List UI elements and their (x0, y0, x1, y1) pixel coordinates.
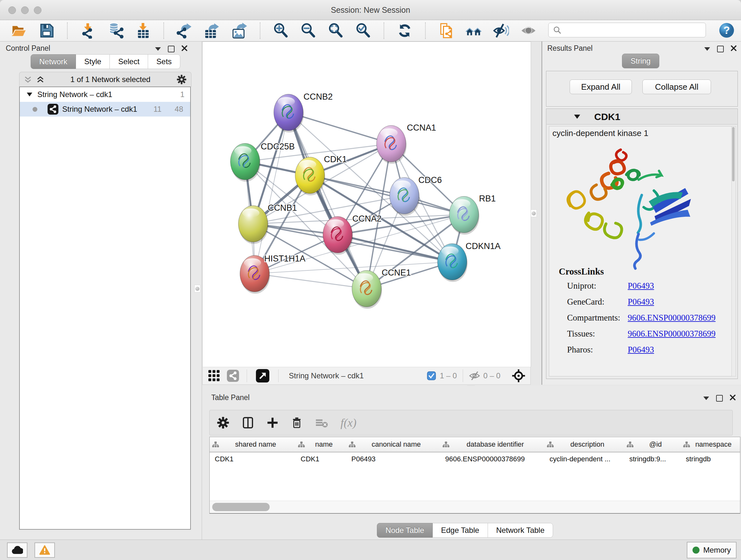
table-horizontal-scrollbar[interactable] (210, 501, 740, 513)
network-node-CDK1[interactable] (295, 157, 325, 195)
string-import-icon[interactable] (438, 22, 455, 39)
network-node-CCNA1[interactable] (377, 125, 407, 164)
tab-string[interactable]: String (622, 54, 659, 68)
right-splitter-handle[interactable] (531, 209, 537, 217)
network-node-CCNB2[interactable] (274, 94, 304, 132)
control-panel-collapse-icon[interactable] (155, 47, 161, 51)
network-node-CCNE1[interactable] (352, 270, 382, 309)
table-settings-gear-icon[interactable] (217, 416, 229, 429)
open-session-icon[interactable] (11, 22, 27, 39)
network-options-gear-icon[interactable] (177, 74, 187, 84)
gene-header-row[interactable]: CDK1 (547, 109, 737, 125)
import-table-icon[interactable] (135, 22, 151, 39)
column-header-description[interactable]: description (544, 437, 624, 452)
results-panel-float-icon[interactable] (717, 46, 724, 52)
export-table-icon[interactable] (204, 22, 220, 39)
show-columns-icon[interactable] (242, 416, 254, 429)
memory-button[interactable]: Memory (687, 542, 737, 558)
column-header-shared-name[interactable]: shared name (210, 437, 296, 452)
network-collection-row[interactable]: String Network – cdk1 1 (20, 87, 190, 102)
table-cell[interactable]: stringdb (681, 452, 740, 466)
table-panel-close-icon[interactable] (730, 395, 736, 401)
column-header-namespace[interactable]: namespace (681, 437, 740, 452)
zoom-out-icon[interactable] (300, 22, 317, 39)
string-view-icon[interactable] (227, 370, 239, 382)
expand-all-networks-icon[interactable] (37, 76, 44, 84)
tab-network[interactable]: Network (30, 54, 76, 69)
cloud-button[interactable] (7, 543, 27, 558)
network-edge[interactable] (255, 273, 367, 289)
save-session-icon[interactable] (38, 22, 55, 39)
delete-column-icon[interactable] (291, 417, 303, 429)
import-database-icon[interactable] (107, 22, 124, 39)
table-cell[interactable]: CDK1 (295, 452, 346, 466)
hidden-elements-icon[interactable] (469, 371, 480, 381)
network-node-CDKN1A[interactable] (437, 244, 468, 282)
home-icon[interactable] (465, 22, 482, 39)
collapse-all-button[interactable]: Collapse All (643, 79, 711, 94)
zoom-selected-icon[interactable] (355, 22, 372, 39)
table-cell[interactable]: 9606.ENSP00000378699 (440, 452, 544, 466)
network-node-CCNB1[interactable] (239, 206, 268, 244)
results-panel-collapse-icon[interactable] (704, 47, 710, 51)
svg-text:?: ? (724, 24, 730, 36)
table-cell[interactable]: P06493 (346, 452, 440, 466)
tab-edge-table[interactable]: Edge Table (433, 523, 488, 538)
import-network-icon[interactable] (80, 22, 96, 39)
network-node-CCNA2[interactable] (323, 216, 353, 255)
network-node-RB1[interactable] (449, 196, 479, 235)
export-network-icon[interactable] (176, 22, 193, 39)
gene-expander-icon[interactable] (574, 115, 580, 119)
help-button[interactable]: ? (719, 22, 735, 40)
crosslink-value-link[interactable]: 9606.ENSP00000378699 (628, 329, 716, 339)
delete-table-icon[interactable] (315, 417, 328, 429)
warning-button[interactable] (35, 543, 55, 558)
column-header-database-identifier[interactable]: database identifier (440, 437, 545, 452)
selected-nodes-checkbox[interactable] (427, 371, 436, 380)
grid-view-icon[interactable] (208, 369, 220, 382)
function-builder-icon[interactable]: f(x) (340, 416, 356, 429)
table-cell[interactable]: CDK1 (210, 452, 295, 466)
add-column-icon[interactable] (266, 417, 279, 429)
export-image-icon[interactable] (231, 22, 248, 39)
expand-all-button[interactable]: Expand All (569, 79, 632, 94)
results-panel-close-icon[interactable] (731, 45, 737, 52)
tab-sets[interactable]: Sets (148, 54, 180, 69)
show-panel-icon[interactable] (520, 22, 537, 39)
network-edge[interactable] (288, 112, 391, 144)
control-panel-close-icon[interactable] (182, 45, 187, 52)
table-cell[interactable]: cyclin-dependent ... (544, 452, 624, 466)
column-header-name[interactable]: name (295, 437, 347, 452)
tab-network-table[interactable]: Network Table (488, 523, 553, 538)
tab-node-table[interactable]: Node Table (377, 523, 433, 538)
table-panel-float-icon[interactable] (716, 395, 723, 401)
network-edge[interactable] (255, 112, 288, 273)
zoom-fit-icon[interactable] (327, 22, 344, 39)
collapse-all-networks-icon[interactable] (24, 76, 32, 84)
crosslink-value-link[interactable]: P06493 (628, 345, 654, 355)
table-cell[interactable]: stringdb:9... (624, 452, 681, 466)
tab-style[interactable]: Style (76, 54, 110, 69)
hide-panel-icon[interactable] (493, 22, 509, 39)
refresh-icon[interactable] (396, 22, 413, 39)
crosslink-value-link[interactable]: P06493 (628, 297, 654, 307)
column-header-canonical-name[interactable]: canonical name (346, 437, 441, 452)
birds-eye-view-icon[interactable] (511, 368, 526, 383)
tree-expander-icon[interactable] (27, 92, 32, 97)
left-splitter-handle[interactable] (194, 285, 200, 293)
control-panel-float-icon[interactable] (168, 46, 175, 52)
network-node-CDC6[interactable] (390, 178, 420, 216)
crosslink-value-link[interactable]: P06493 (628, 281, 654, 291)
export-view-icon[interactable] (256, 369, 269, 382)
crosslink-value-link[interactable]: 9606.ENSP00000378699 (628, 313, 716, 323)
tab-select[interactable]: Select (110, 54, 148, 69)
network-canvas[interactable]: CCNB2CCNA1CDC25BCDK1CDC6RB1CCNB1CCNA2CDK… (202, 42, 531, 367)
network-row-selected[interactable]: String Network – cdk1 11 48 (20, 102, 190, 117)
column-header-@id[interactable]: @id (624, 437, 681, 452)
search-input[interactable] (564, 25, 705, 35)
network-node-CDC25B[interactable] (230, 143, 260, 182)
search-field[interactable] (548, 23, 706, 37)
zoom-in-icon[interactable] (273, 22, 289, 39)
table-panel-collapse-icon[interactable] (703, 396, 709, 400)
results-scrollbar[interactable] (731, 126, 736, 376)
